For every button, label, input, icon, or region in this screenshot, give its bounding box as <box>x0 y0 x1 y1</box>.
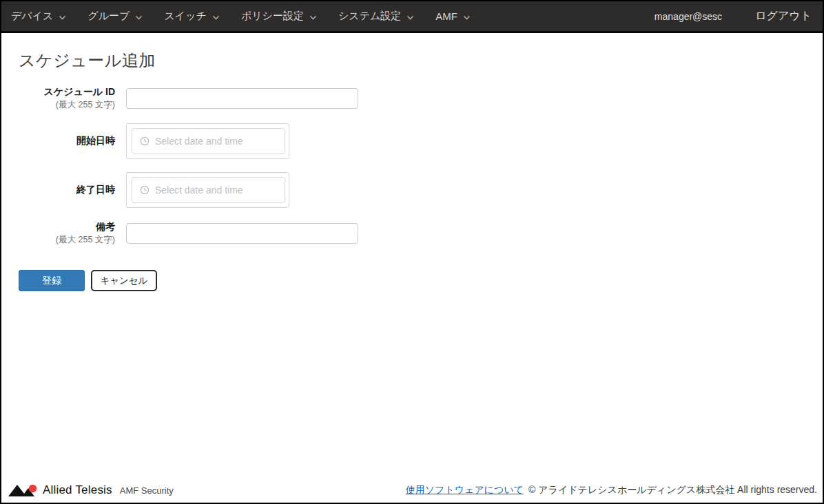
chevron-down-icon <box>59 10 66 22</box>
end-datetime-label: 終了日時 <box>18 184 115 196</box>
form-actions: 登録 キャンセル <box>19 270 806 291</box>
nav-item-switch[interactable]: スイッチ <box>164 10 219 23</box>
cancel-button[interactable]: キャンセル <box>91 270 157 291</box>
footer-legal-area: 使用ソフトウェアについて © アライドテレシスホールディングス株式会社 All … <box>406 484 817 496</box>
schedule-id-input[interactable] <box>126 88 358 109</box>
nav-item-amf[interactable]: AMF <box>435 10 471 22</box>
remarks-input[interactable] <box>126 223 358 244</box>
start-datetime-label: 開始日時 <box>18 135 115 147</box>
end-datetime-picker[interactable] <box>126 172 289 208</box>
form-row-schedule-id: スケジュール ID (最大 255 文字) <box>18 86 806 110</box>
chevron-down-icon <box>463 10 471 22</box>
register-button[interactable]: 登録 <box>19 270 85 291</box>
page-title: スケジュール追加 <box>19 50 806 72</box>
schedule-id-note: (最大 255 文字) <box>18 100 115 111</box>
clock-icon <box>140 136 150 146</box>
nav-item-label: システム設定 <box>338 10 401 23</box>
navbar-right: manager@sesc ログアウト <box>655 9 812 23</box>
start-datetime-input[interactable] <box>155 136 280 147</box>
allied-telesis-logo <box>8 483 37 498</box>
product-name: AMF Security <box>120 485 174 496</box>
logout-button[interactable]: ログアウト <box>755 9 812 23</box>
nav-item-policy-settings[interactable]: ポリシー設定 <box>241 10 317 23</box>
field-label-block: 終了日時 <box>18 184 115 196</box>
nav-item-devices[interactable]: デバイス <box>11 10 66 23</box>
nav-item-groups[interactable]: グループ <box>87 10 143 23</box>
clock-icon <box>140 185 150 195</box>
form-row-remarks: 備考 (最大 255 文字) <box>18 221 806 245</box>
start-datetime-picker[interactable] <box>126 123 289 159</box>
footer-brand-area: Allied Telesis AMF Security <box>8 483 174 498</box>
form-row-start-datetime: 開始日時 <box>18 123 806 159</box>
chevron-down-icon <box>212 10 220 22</box>
end-datetime-inner[interactable] <box>132 177 285 203</box>
schedule-id-label: スケジュール ID <box>18 86 115 98</box>
software-info-link[interactable]: 使用ソフトウェアについて <box>406 484 524 496</box>
form-row-end-datetime: 終了日時 <box>18 172 806 208</box>
nav-item-label: デバイス <box>11 10 53 23</box>
page-footer: Allied Telesis AMF Security 使用ソフトウェアについて… <box>1 480 823 503</box>
app-window: デバイス グループ スイッチ ポリシー設定 システム設定 AMF manager… <box>0 0 824 504</box>
field-label-block: スケジュール ID (最大 255 文字) <box>18 86 115 110</box>
chevron-down-icon <box>406 10 414 22</box>
nav-item-label: AMF <box>435 10 457 22</box>
remarks-note: (最大 255 文字) <box>18 235 115 246</box>
start-datetime-inner[interactable] <box>132 128 285 154</box>
field-label-block: 備考 (最大 255 文字) <box>18 221 115 245</box>
end-datetime-input[interactable] <box>155 185 280 196</box>
remarks-label: 備考 <box>18 221 115 233</box>
nav-item-label: スイッチ <box>164 10 206 23</box>
chevron-down-icon <box>135 10 143 22</box>
logged-in-user: manager@sesc <box>655 11 722 22</box>
nav-item-system-settings[interactable]: システム設定 <box>338 10 414 23</box>
field-label-block: 開始日時 <box>18 135 115 147</box>
nav-item-label: ポリシー設定 <box>241 10 304 23</box>
top-navbar: デバイス グループ スイッチ ポリシー設定 システム設定 AMF manager… <box>1 1 823 33</box>
nav-item-label: グループ <box>87 10 130 23</box>
chevron-down-icon <box>309 10 317 22</box>
main-content: スケジュール追加 スケジュール ID (最大 255 文字) 開始日時 <box>1 33 823 480</box>
copyright-text: © アライドテレシスホールディングス株式会社 All rights reserv… <box>528 484 817 496</box>
brand-name: Allied Telesis <box>43 483 112 497</box>
